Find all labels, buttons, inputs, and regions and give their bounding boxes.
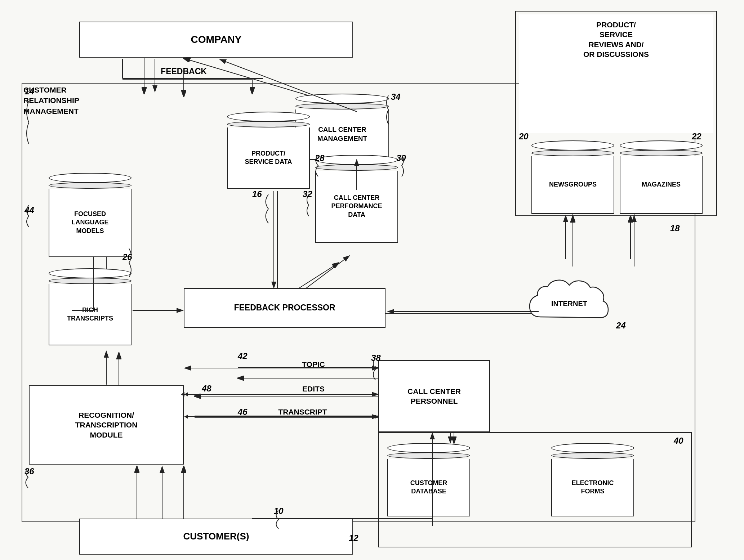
ef-label: ELECTRONICFORMS xyxy=(572,479,614,496)
ref-20: 20 xyxy=(519,131,529,142)
customer-label: CUSTOMER(S) xyxy=(183,530,249,543)
cylinder-top-flm xyxy=(49,173,132,183)
ref-48: 48 xyxy=(202,384,211,394)
ref-42: 42 xyxy=(238,351,248,361)
custdb-cylinder: CUSTOMERDATABASE xyxy=(387,443,470,516)
ref-24: 24 xyxy=(616,321,626,331)
ref-16: 16 xyxy=(252,189,262,199)
ref-34: 34 xyxy=(391,92,401,102)
edits-label: EDITS xyxy=(238,385,389,393)
ref-22: 22 xyxy=(692,131,701,142)
recognition-box: RECOGNITION/TRANSCRIPTIONMODULE xyxy=(29,385,184,465)
cylinder-top-inner-cdb xyxy=(387,452,470,459)
recog-label: RECOGNITION/TRANSCRIPTIONMODULE xyxy=(75,410,138,440)
transcript-label: TRANSCRIPT xyxy=(227,408,378,416)
cylinder-body-psd: PRODUCT/SERVICE DATA xyxy=(227,127,310,189)
psd-label: PRODUCT/SERVICE DATA xyxy=(245,149,292,166)
cylinder-body-flm: FOCUSEDLANGUAGEMODELS xyxy=(49,189,132,257)
cylinder-top-mag xyxy=(620,140,703,151)
cylinder-body-ccpd: CALL CENTERPERFORMANCEDATA xyxy=(315,171,398,243)
ref-46: 46 xyxy=(238,407,248,417)
cylinder-top-cdb xyxy=(387,443,470,453)
company-box: COMPANY xyxy=(79,22,353,58)
cylinder-top-inner-ccm xyxy=(295,103,389,109)
svg-text:INTERNET: INTERNET xyxy=(551,300,587,308)
diagram: COMPANY CALL CENTERMANAGEMENT CALL CENTE… xyxy=(0,0,744,560)
ref-38: 38 xyxy=(371,353,381,363)
cylinder-top-inner-psd xyxy=(227,121,310,127)
mag-label: MAGAZINES xyxy=(642,180,681,189)
ref-32: 32 xyxy=(303,189,312,199)
topic-label: TOPIC xyxy=(238,360,389,369)
cylinder-top-inner-ccpd xyxy=(315,164,398,171)
ccpersonnel-box: CALL CENTERPERSONNEL xyxy=(378,360,490,432)
cylinder-body-rt: RICHTRANSCRIPTS xyxy=(49,284,132,345)
mag-cylinder: MAGAZINES xyxy=(620,140,703,214)
cdb-label: CUSTOMERDATABASE xyxy=(410,479,447,496)
customer-box: CUSTOMER(S) xyxy=(79,519,353,555)
fp-label: FEEDBACK PROCESSOR xyxy=(234,303,335,313)
flm-label: FOCUSEDLANGUAGEMODELS xyxy=(72,210,109,235)
cylinder-top-psd xyxy=(227,112,310,122)
internet-cloud-svg: INTERNET xyxy=(519,259,620,331)
cylinder-top-ef xyxy=(551,443,634,453)
ng-label: NEWSGROUPS xyxy=(549,180,597,189)
cylinder-top-inner-ng xyxy=(531,150,614,156)
rt-label: RICHTRANSCRIPTS xyxy=(67,306,113,323)
ref-10: 10 xyxy=(274,506,284,516)
cylinder-top-ccm xyxy=(295,94,389,104)
cylinder-body-cdb: CUSTOMERDATABASE xyxy=(387,459,470,516)
internet-cloud: INTERNET xyxy=(519,259,620,331)
cylinder-top-inner-mag xyxy=(620,150,703,156)
cylinder-top-inner-rt xyxy=(49,278,132,284)
cylinder-top-ng xyxy=(531,140,614,151)
cylinder-body-ef: ELECTRONICFORMS xyxy=(551,459,634,516)
ref-44: 44 xyxy=(24,205,34,215)
cylinder-body-ng: NEWSGROUPS xyxy=(531,156,614,214)
reviews-label: PRODUCT/SERVICEREVIEWS AND/OR DISCUSSION… xyxy=(583,20,649,59)
psd-cylinder: PRODUCT/SERVICE DATA xyxy=(227,112,310,189)
ef-cylinder: ELECTRONICFORMS xyxy=(551,443,634,516)
ccpd-label: CALL CENTERPERFORMANCEDATA xyxy=(331,194,382,219)
cylinder-top-ccpd xyxy=(315,155,398,165)
ccp-label: CALL CENTERPERSONNEL xyxy=(407,386,461,406)
flm-cylinder: FOCUSEDLANGUAGEMODELS xyxy=(49,173,132,257)
ref-28: 28 xyxy=(315,153,325,163)
ref-18: 18 xyxy=(670,223,680,233)
ref-14: 14 xyxy=(24,86,34,97)
cylinder-top-rt xyxy=(49,268,132,278)
feedback-processor-box: FEEDBACK PROCESSOR xyxy=(184,288,386,328)
cylinder-top-inner-flm xyxy=(49,182,132,189)
ref-26: 26 xyxy=(122,252,132,262)
rt-cylinder: RICHTRANSCRIPTS xyxy=(49,268,132,345)
feedback-label: FEEDBACK xyxy=(137,67,231,76)
ref-30: 30 xyxy=(396,153,406,163)
ref-36: 36 xyxy=(24,466,34,476)
cylinder-body-mag: MAGAZINES xyxy=(620,156,703,214)
ref-40: 40 xyxy=(674,436,683,446)
ref-12: 12 xyxy=(349,533,358,543)
cylinder-top-inner-ef xyxy=(551,452,634,459)
ng-cylinder: NEWSGROUPS xyxy=(531,140,614,214)
ccpd-cylinder: CALL CENTERPERFORMANCEDATA xyxy=(315,155,398,243)
company-label: COMPANY xyxy=(191,33,241,46)
ccm-label: CALL CENTERMANAGEMENT xyxy=(317,125,367,143)
reviews-label-box: PRODUCT/SERVICEREVIEWS AND/OR DISCUSSION… xyxy=(519,14,713,133)
